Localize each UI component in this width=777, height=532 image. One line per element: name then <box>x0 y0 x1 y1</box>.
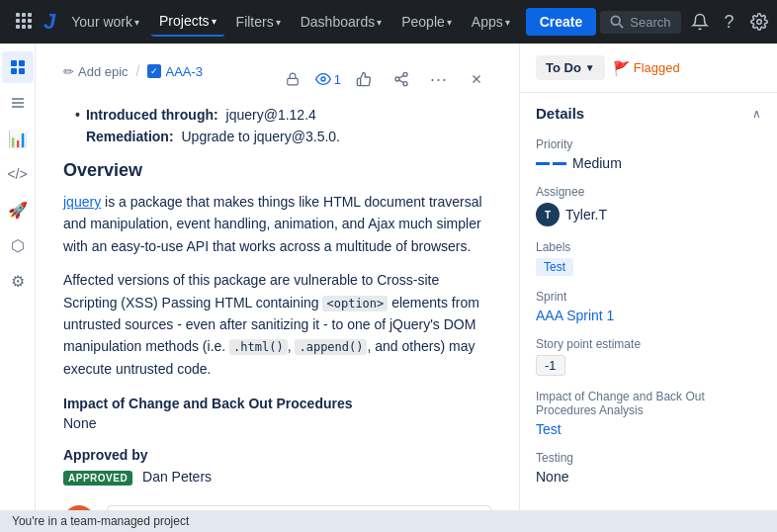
svg-point-11 <box>756 20 761 25</box>
sprint-label: Sprint <box>536 290 761 304</box>
nav-your-work[interactable]: Your work ▾ <box>63 8 147 36</box>
assignee-avatar: T <box>536 203 560 226</box>
svg-rect-6 <box>16 25 20 29</box>
collapse-button[interactable]: ∧ <box>752 107 761 121</box>
approved-badge: APPROVED <box>63 471 132 486</box>
priority-label: Priority <box>536 137 761 151</box>
svg-line-10 <box>620 24 624 28</box>
add-epic-button[interactable]: ✏ Add epic <box>63 64 129 79</box>
sidebar-icon-releases[interactable]: 🚀 <box>2 194 34 225</box>
breadcrumb: ✏ Add epic / ✓ AAA-3 <box>63 63 203 79</box>
svg-line-25 <box>399 75 404 78</box>
sprint-value: AAA Sprint 1 <box>536 308 761 323</box>
close-button[interactable] <box>462 64 491 94</box>
testing-label: Testing <box>536 451 761 465</box>
jquery-link[interactable]: jquery <box>63 194 101 210</box>
assignee-label: Assignee <box>536 185 761 199</box>
details-section: Details ∧ Priority Medium <box>520 93 777 510</box>
svg-rect-15 <box>19 68 25 74</box>
more-button[interactable]: ··· <box>424 64 454 94</box>
create-button[interactable]: Create <box>526 8 597 36</box>
svg-rect-4 <box>22 19 26 23</box>
story-point-badge[interactable]: -1 <box>536 355 565 376</box>
story-point-value: -1 <box>536 355 761 376</box>
code-append: .append() <box>295 339 367 355</box>
nav-dashboards[interactable]: Dashboards ▾ <box>293 8 390 36</box>
status-bar: To Do ▼ 🚩 Flagged <box>520 44 777 93</box>
top-navigation: J Your work ▾ Projects ▾ Filters ▾ Dashb… <box>0 0 777 44</box>
svg-point-22 <box>395 77 399 81</box>
sidebar-icon-reports[interactable]: 📊 <box>2 123 34 154</box>
status-dropdown[interactable]: To Do ▼ <box>536 55 605 80</box>
assignee-value[interactable]: T Tyler.T <box>536 203 761 226</box>
search-placeholder: Search <box>630 15 670 30</box>
labels-row: Labels Test <box>536 240 761 276</box>
approved-by-section: Approved by APPROVED Dan Peters <box>63 447 491 486</box>
svg-rect-12 <box>11 60 17 66</box>
labels-value: Test <box>536 258 761 276</box>
label-tag[interactable]: Test <box>536 258 573 276</box>
assignee-row: Assignee T Tyler.T <box>536 185 761 226</box>
svg-rect-5 <box>28 19 32 23</box>
sprint-row: Sprint AAA Sprint 1 <box>536 290 761 323</box>
nav-projects[interactable]: Projects ▾ <box>151 7 224 37</box>
impact-title: Impact of Change and Back Out Procedures <box>63 396 491 411</box>
svg-rect-14 <box>11 68 17 74</box>
settings-icon[interactable] <box>744 7 774 37</box>
sidebar: 📊 </> 🚀 ⬡ ⚙ <box>0 44 36 532</box>
svg-rect-8 <box>28 25 32 29</box>
share-button[interactable] <box>387 64 416 94</box>
priority-value: Medium <box>536 155 761 171</box>
help-icon[interactable]: ? <box>719 6 740 39</box>
nav-apps[interactable]: Apps ▾ <box>464 8 518 36</box>
watch-button[interactable]: 1 <box>315 71 341 87</box>
impact-value: None <box>63 415 491 431</box>
content-panel: ✏ Add epic / ✓ AAA-3 <box>36 44 520 532</box>
svg-point-20 <box>321 77 325 81</box>
code-html: .html() <box>229 339 288 355</box>
footer-note: You're in a team-managed project <box>0 510 777 532</box>
introduced-through-item: • Introduced through: jquery@1.12.4 <box>63 107 491 123</box>
svg-rect-13 <box>19 60 25 66</box>
story-point-row: Story point estimate -1 <box>536 337 761 376</box>
search-bar[interactable]: Search <box>600 11 680 34</box>
sidebar-icon-backlog[interactable] <box>2 87 34 119</box>
impact-analysis-label: Impact of Change and Back Out Procedures… <box>536 390 761 417</box>
like-button[interactable] <box>349 64 379 94</box>
nav-icon-group: ? <box>685 6 774 39</box>
svg-rect-1 <box>22 13 26 17</box>
sidebar-icon-components[interactable]: ⬡ <box>2 229 34 261</box>
ticket-link[interactable]: ✓ AAA-3 <box>147 64 203 79</box>
sprint-link[interactable]: AAA Sprint 1 <box>536 308 614 323</box>
svg-rect-0 <box>16 13 20 17</box>
intro-section: • Introduced through: jquery@1.12.4 • Re… <box>63 107 491 144</box>
watch-count: 1 <box>334 72 341 87</box>
nav-people[interactable]: People ▾ <box>393 8 460 36</box>
lock-button[interactable] <box>278 64 307 94</box>
impact-analysis-link[interactable]: Test <box>536 421 561 437</box>
sidebar-icon-board[interactable] <box>2 51 34 83</box>
overview-para1: jquery is a package that makes things li… <box>63 191 491 257</box>
svg-point-9 <box>612 16 621 25</box>
testing-row: Testing None <box>536 451 761 485</box>
app-body: 📊 </> 🚀 ⬡ ⚙ ✏ Add epic / ✓ AAA-3 <box>0 44 777 532</box>
approved-by-label: Approved by <box>63 447 491 463</box>
status-caret: ▼ <box>585 62 595 73</box>
impact-analysis-value: Test <box>536 421 761 437</box>
priority-row: Priority Medium <box>536 137 761 171</box>
ticket-icon: ✓ <box>147 64 161 78</box>
impact-analysis-row: Impact of Change and Back Out Procedures… <box>536 390 761 437</box>
svg-rect-2 <box>28 13 32 17</box>
story-point-label: Story point estimate <box>536 337 761 351</box>
sidebar-icon-code[interactable]: </> <box>2 158 34 190</box>
sidebar-icon-settings[interactable]: ⚙ <box>2 265 34 297</box>
svg-point-21 <box>403 72 407 76</box>
details-title: Details <box>536 105 584 122</box>
grid-icon[interactable] <box>8 5 40 40</box>
nav-filters[interactable]: Filters ▾ <box>228 8 289 36</box>
flagged-button[interactable]: 🚩 Flagged <box>613 60 680 76</box>
notifications-icon[interactable] <box>685 7 715 37</box>
overview-title: Overview <box>63 160 491 181</box>
svg-line-24 <box>399 80 404 83</box>
right-panel: To Do ▼ 🚩 Flagged Details ∧ Priority <box>520 44 777 532</box>
